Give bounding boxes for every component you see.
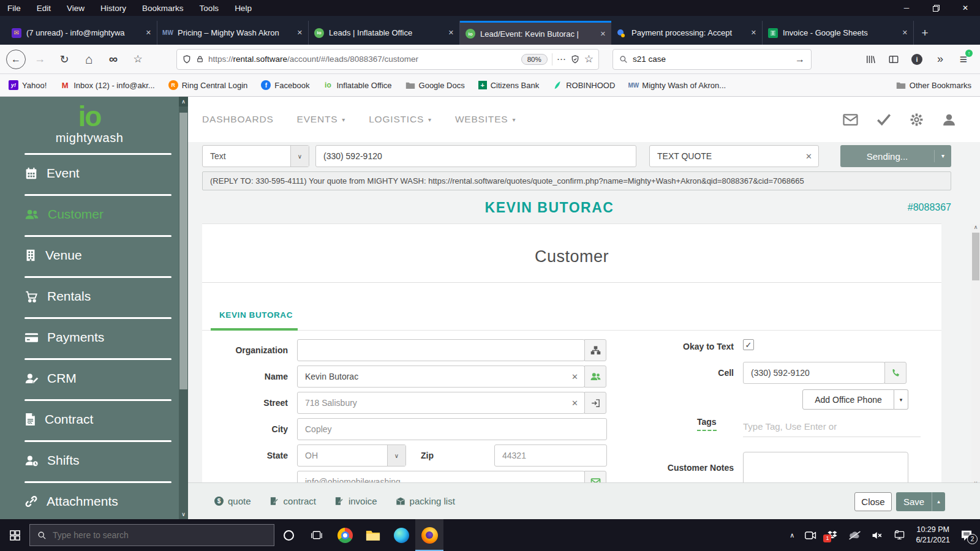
dropbox-icon[interactable]: 1 — [827, 530, 838, 540]
customer-tab[interactable]: KEVIN BUTORAC — [219, 310, 293, 320]
city-input[interactable] — [297, 418, 607, 440]
packing-list-link[interactable]: packing list — [396, 496, 455, 506]
email-input[interactable] — [297, 471, 585, 482]
info-circle-icon[interactable]: i — [907, 49, 927, 70]
clear-icon[interactable]: ✕ — [565, 372, 584, 381]
task-view-icon[interactable] — [303, 519, 331, 551]
taskbar-search[interactable] — [29, 524, 274, 546]
cortana-icon[interactable] — [274, 519, 303, 551]
firefox-icon[interactable] — [415, 519, 443, 551]
other-bookmarks[interactable]: Other Bookmarks — [896, 80, 971, 90]
overflow-chevrons-icon[interactable]: » — [930, 49, 951, 70]
tab-leads[interactable]: io Leads | Inflatable Office ✕ — [309, 21, 460, 45]
add-office-phone-button[interactable]: Add Office Phone — [802, 389, 894, 410]
envelope-icon[interactable] — [842, 113, 859, 126]
menu-file[interactable]: File — [7, 4, 21, 13]
customer-notes-textarea[interactable] — [743, 452, 908, 482]
bookmark-inbox[interactable]: MInbox (12) - info@akr... — [60, 80, 154, 90]
nav-websites[interactable]: WEBSITES▾ — [455, 114, 516, 125]
menu-tools[interactable]: Tools — [200, 4, 219, 13]
person-icon[interactable] — [941, 112, 957, 127]
sidebar-item-attachments[interactable]: Attachments — [24, 491, 118, 512]
menu-history[interactable]: History — [100, 4, 126, 13]
forward-button[interactable]: → — [29, 49, 50, 70]
bookmark-extension-icon[interactable]: ☆ — [127, 49, 148, 70]
minimize-button[interactable]: ─ — [892, 0, 921, 16]
bookmark-mighty-wash[interactable]: MWMighty Wash of Akron... — [628, 80, 726, 90]
page-actions-icon[interactable]: ⋯ — [557, 54, 566, 65]
tab-lead-event-active[interactable]: io Lead/Event: Kevin Butorac | ✕ — [460, 21, 611, 45]
chevron-up-icon[interactable]: ▴ — [932, 492, 945, 511]
gear-icon[interactable] — [909, 112, 924, 127]
search-input[interactable] — [633, 54, 790, 64]
nav-events[interactable]: EVENTS▾ — [297, 114, 346, 125]
tab-close-icon[interactable]: ✕ — [448, 29, 454, 37]
tab-close-icon[interactable]: ✕ — [297, 29, 303, 37]
clear-icon[interactable]: ✕ — [565, 399, 584, 408]
onedrive-paused-icon[interactable] — [848, 531, 861, 540]
bookmark-google-docs[interactable]: Google Docs — [405, 80, 465, 90]
start-button[interactable] — [0, 519, 29, 551]
scrollbar-up-icon[interactable]: ∧ — [971, 224, 980, 230]
quote-link[interactable]: $quote — [214, 496, 251, 506]
zip-input[interactable] — [494, 444, 607, 467]
bookmark-facebook[interactable]: fFacebook — [261, 80, 309, 90]
organization-lookup-button[interactable] — [584, 339, 606, 361]
sidebar-item-rentals[interactable]: Rentals — [24, 286, 91, 307]
chrome-icon[interactable] — [331, 519, 359, 551]
nav-logistics[interactable]: LOGISTICS▾ — [369, 114, 432, 125]
zoom-level-badge[interactable]: 80% — [521, 54, 548, 65]
library-icon[interactable] — [860, 49, 881, 70]
invoice-link[interactable]: invoice — [334, 496, 377, 506]
lead-id[interactable]: #8088367 — [908, 202, 951, 213]
action-center-icon[interactable]: 2 — [960, 530, 973, 541]
menu-edit[interactable]: Edit — [37, 4, 51, 13]
street-map-button[interactable] — [584, 392, 606, 414]
sending-button[interactable]: Sending... ▾ — [840, 145, 951, 167]
street-input[interactable]: ✕ — [297, 392, 585, 414]
network-icon[interactable] — [894, 530, 905, 540]
sidebar-item-event[interactable]: Event — [24, 163, 80, 184]
menu-view[interactable]: View — [67, 4, 85, 13]
file-explorer-icon[interactable] — [359, 519, 387, 551]
sidebar-item-payments[interactable]: Payments — [24, 327, 104, 348]
volume-muted-icon[interactable] — [872, 531, 883, 540]
taskbar-search-input[interactable] — [53, 530, 266, 540]
meet-now-icon[interactable] — [805, 531, 816, 540]
nav-dashboards[interactable]: DASHBOARDS — [202, 114, 274, 125]
chevron-down-icon[interactable]: ▾ — [934, 150, 951, 162]
message-type-select[interactable]: Text ∨ — [202, 145, 309, 167]
email-button[interactable] — [584, 471, 606, 482]
container-extension-icon[interactable]: ∞ — [103, 49, 124, 70]
scrollbar-thumb[interactable] — [179, 113, 187, 389]
tab-payment[interactable]: Payment processing: Accept ✕ — [611, 21, 763, 45]
search-go-icon[interactable]: → — [795, 54, 805, 65]
pocket-shield-icon[interactable] — [570, 54, 580, 64]
tracking-shield-icon[interactable] — [182, 54, 192, 64]
reload-button[interactable]: ↻ — [54, 49, 75, 70]
tab-pricing[interactable]: MW Pricing – Mighty Wash Akron ✕ — [157, 21, 309, 45]
tray-expand-icon[interactable]: ∧ — [790, 531, 794, 539]
cell-input[interactable] — [743, 362, 885, 384]
tab-close-icon[interactable]: ✕ — [751, 29, 756, 37]
taskbar-clock[interactable]: 10:29 PM6/21/2021 — [916, 525, 950, 545]
edge-icon[interactable] — [387, 519, 415, 551]
tab-mail[interactable]: ✉ (7 unread) - info@mightywa ✕ — [6, 21, 157, 45]
bookmark-inflatable-office[interactable]: ioInflatable Office — [323, 80, 391, 90]
menu-bookmarks[interactable]: Bookmarks — [142, 4, 184, 13]
home-button[interactable]: ⌂ — [78, 49, 99, 70]
message-subject-input[interactable]: ✕ — [649, 145, 819, 167]
sidebar-item-crm[interactable]: CRM — [24, 368, 77, 389]
save-button[interactable]: Save — [896, 492, 932, 511]
scrollbar-thumb[interactable] — [972, 233, 979, 280]
sidebar-item-contract[interactable]: Contract — [24, 409, 93, 430]
name-input[interactable]: ✕ — [297, 365, 585, 388]
search-bar[interactable]: → — [612, 49, 812, 70]
new-tab-button[interactable]: + — [914, 21, 936, 45]
content-scrollbar[interactable]: ∧ ∨ — [971, 224, 980, 486]
close-button[interactable]: Close — [854, 492, 892, 511]
maximize-button[interactable] — [921, 0, 951, 16]
tab-close-icon[interactable]: ✕ — [146, 29, 151, 37]
clear-icon[interactable]: ✕ — [799, 152, 818, 161]
okay-to-text-checkbox[interactable]: ✓ — [743, 339, 754, 350]
